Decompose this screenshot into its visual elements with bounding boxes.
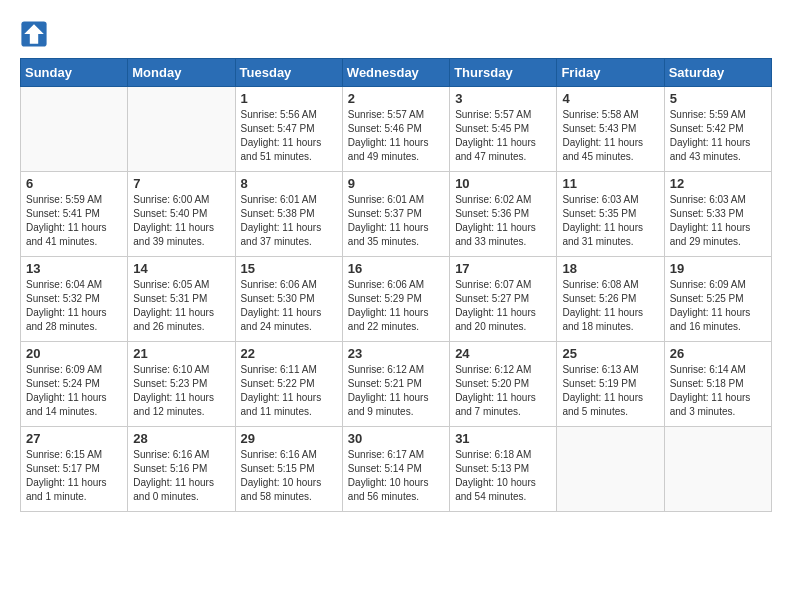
weekday-header: Monday [128, 59, 235, 87]
calendar-day-cell: 31Sunrise: 6:18 AM Sunset: 5:13 PM Dayli… [450, 427, 557, 512]
day-number: 30 [348, 431, 444, 446]
calendar-day-cell [557, 427, 664, 512]
calendar-day-cell [128, 87, 235, 172]
calendar-week-row: 27Sunrise: 6:15 AM Sunset: 5:17 PM Dayli… [21, 427, 772, 512]
day-info: Sunrise: 6:18 AM Sunset: 5:13 PM Dayligh… [455, 448, 551, 504]
day-info: Sunrise: 5:56 AM Sunset: 5:47 PM Dayligh… [241, 108, 337, 164]
calendar-day-cell: 10Sunrise: 6:02 AM Sunset: 5:36 PM Dayli… [450, 172, 557, 257]
day-number: 12 [670, 176, 766, 191]
calendar-day-cell: 22Sunrise: 6:11 AM Sunset: 5:22 PM Dayli… [235, 342, 342, 427]
day-number: 29 [241, 431, 337, 446]
day-number: 15 [241, 261, 337, 276]
day-info: Sunrise: 6:01 AM Sunset: 5:38 PM Dayligh… [241, 193, 337, 249]
calendar-day-cell: 6Sunrise: 5:59 AM Sunset: 5:41 PM Daylig… [21, 172, 128, 257]
calendar-day-cell: 13Sunrise: 6:04 AM Sunset: 5:32 PM Dayli… [21, 257, 128, 342]
day-info: Sunrise: 6:11 AM Sunset: 5:22 PM Dayligh… [241, 363, 337, 419]
day-number: 4 [562, 91, 658, 106]
calendar-day-cell: 12Sunrise: 6:03 AM Sunset: 5:33 PM Dayli… [664, 172, 771, 257]
calendar-day-cell: 2Sunrise: 5:57 AM Sunset: 5:46 PM Daylig… [342, 87, 449, 172]
day-info: Sunrise: 6:08 AM Sunset: 5:26 PM Dayligh… [562, 278, 658, 334]
logo-icon [20, 20, 48, 48]
day-info: Sunrise: 5:59 AM Sunset: 5:41 PM Dayligh… [26, 193, 122, 249]
calendar-day-cell: 15Sunrise: 6:06 AM Sunset: 5:30 PM Dayli… [235, 257, 342, 342]
calendar-day-cell: 25Sunrise: 6:13 AM Sunset: 5:19 PM Dayli… [557, 342, 664, 427]
day-info: Sunrise: 6:03 AM Sunset: 5:33 PM Dayligh… [670, 193, 766, 249]
calendar-table: SundayMondayTuesdayWednesdayThursdayFrid… [20, 58, 772, 512]
day-info: Sunrise: 5:57 AM Sunset: 5:46 PM Dayligh… [348, 108, 444, 164]
day-number: 21 [133, 346, 229, 361]
calendar-day-cell: 11Sunrise: 6:03 AM Sunset: 5:35 PM Dayli… [557, 172, 664, 257]
day-number: 18 [562, 261, 658, 276]
day-info: Sunrise: 6:03 AM Sunset: 5:35 PM Dayligh… [562, 193, 658, 249]
weekday-header: Tuesday [235, 59, 342, 87]
calendar-day-cell: 30Sunrise: 6:17 AM Sunset: 5:14 PM Dayli… [342, 427, 449, 512]
day-info: Sunrise: 6:12 AM Sunset: 5:20 PM Dayligh… [455, 363, 551, 419]
day-number: 13 [26, 261, 122, 276]
day-number: 6 [26, 176, 122, 191]
calendar-day-cell: 20Sunrise: 6:09 AM Sunset: 5:24 PM Dayli… [21, 342, 128, 427]
page-header [20, 20, 772, 48]
weekday-header: Wednesday [342, 59, 449, 87]
day-info: Sunrise: 6:05 AM Sunset: 5:31 PM Dayligh… [133, 278, 229, 334]
calendar-day-cell [21, 87, 128, 172]
day-number: 8 [241, 176, 337, 191]
calendar-day-cell [664, 427, 771, 512]
day-number: 7 [133, 176, 229, 191]
calendar-day-cell: 9Sunrise: 6:01 AM Sunset: 5:37 PM Daylig… [342, 172, 449, 257]
day-info: Sunrise: 5:59 AM Sunset: 5:42 PM Dayligh… [670, 108, 766, 164]
calendar-day-cell: 7Sunrise: 6:00 AM Sunset: 5:40 PM Daylig… [128, 172, 235, 257]
day-number: 26 [670, 346, 766, 361]
calendar-day-cell: 24Sunrise: 6:12 AM Sunset: 5:20 PM Dayli… [450, 342, 557, 427]
calendar-day-cell: 19Sunrise: 6:09 AM Sunset: 5:25 PM Dayli… [664, 257, 771, 342]
calendar-week-row: 13Sunrise: 6:04 AM Sunset: 5:32 PM Dayli… [21, 257, 772, 342]
day-number: 3 [455, 91, 551, 106]
calendar-day-cell: 27Sunrise: 6:15 AM Sunset: 5:17 PM Dayli… [21, 427, 128, 512]
day-number: 24 [455, 346, 551, 361]
day-info: Sunrise: 6:00 AM Sunset: 5:40 PM Dayligh… [133, 193, 229, 249]
calendar-week-row: 6Sunrise: 5:59 AM Sunset: 5:41 PM Daylig… [21, 172, 772, 257]
day-info: Sunrise: 6:02 AM Sunset: 5:36 PM Dayligh… [455, 193, 551, 249]
day-info: Sunrise: 6:16 AM Sunset: 5:16 PM Dayligh… [133, 448, 229, 504]
day-info: Sunrise: 6:10 AM Sunset: 5:23 PM Dayligh… [133, 363, 229, 419]
logo [20, 20, 52, 48]
day-number: 19 [670, 261, 766, 276]
day-info: Sunrise: 6:01 AM Sunset: 5:37 PM Dayligh… [348, 193, 444, 249]
day-info: Sunrise: 6:09 AM Sunset: 5:24 PM Dayligh… [26, 363, 122, 419]
weekday-header: Sunday [21, 59, 128, 87]
calendar-header: SundayMondayTuesdayWednesdayThursdayFrid… [21, 59, 772, 87]
calendar-day-cell: 4Sunrise: 5:58 AM Sunset: 5:43 PM Daylig… [557, 87, 664, 172]
day-info: Sunrise: 5:58 AM Sunset: 5:43 PM Dayligh… [562, 108, 658, 164]
calendar-day-cell: 18Sunrise: 6:08 AM Sunset: 5:26 PM Dayli… [557, 257, 664, 342]
day-number: 23 [348, 346, 444, 361]
day-number: 11 [562, 176, 658, 191]
calendar-day-cell: 1Sunrise: 5:56 AM Sunset: 5:47 PM Daylig… [235, 87, 342, 172]
day-info: Sunrise: 6:12 AM Sunset: 5:21 PM Dayligh… [348, 363, 444, 419]
calendar-day-cell: 28Sunrise: 6:16 AM Sunset: 5:16 PM Dayli… [128, 427, 235, 512]
day-number: 2 [348, 91, 444, 106]
calendar-day-cell: 5Sunrise: 5:59 AM Sunset: 5:42 PM Daylig… [664, 87, 771, 172]
calendar-day-cell: 14Sunrise: 6:05 AM Sunset: 5:31 PM Dayli… [128, 257, 235, 342]
calendar-day-cell: 26Sunrise: 6:14 AM Sunset: 5:18 PM Dayli… [664, 342, 771, 427]
day-number: 9 [348, 176, 444, 191]
day-number: 1 [241, 91, 337, 106]
day-info: Sunrise: 6:15 AM Sunset: 5:17 PM Dayligh… [26, 448, 122, 504]
calendar-day-cell: 3Sunrise: 5:57 AM Sunset: 5:45 PM Daylig… [450, 87, 557, 172]
weekday-header: Friday [557, 59, 664, 87]
day-number: 16 [348, 261, 444, 276]
calendar-day-cell: 17Sunrise: 6:07 AM Sunset: 5:27 PM Dayli… [450, 257, 557, 342]
day-number: 20 [26, 346, 122, 361]
day-number: 22 [241, 346, 337, 361]
day-number: 28 [133, 431, 229, 446]
day-number: 17 [455, 261, 551, 276]
day-info: Sunrise: 6:13 AM Sunset: 5:19 PM Dayligh… [562, 363, 658, 419]
calendar-day-cell: 16Sunrise: 6:06 AM Sunset: 5:29 PM Dayli… [342, 257, 449, 342]
day-number: 10 [455, 176, 551, 191]
day-number: 31 [455, 431, 551, 446]
day-info: Sunrise: 6:06 AM Sunset: 5:30 PM Dayligh… [241, 278, 337, 334]
calendar-day-cell: 8Sunrise: 6:01 AM Sunset: 5:38 PM Daylig… [235, 172, 342, 257]
day-info: Sunrise: 6:16 AM Sunset: 5:15 PM Dayligh… [241, 448, 337, 504]
day-info: Sunrise: 6:17 AM Sunset: 5:14 PM Dayligh… [348, 448, 444, 504]
day-number: 5 [670, 91, 766, 106]
day-number: 27 [26, 431, 122, 446]
day-info: Sunrise: 6:09 AM Sunset: 5:25 PM Dayligh… [670, 278, 766, 334]
